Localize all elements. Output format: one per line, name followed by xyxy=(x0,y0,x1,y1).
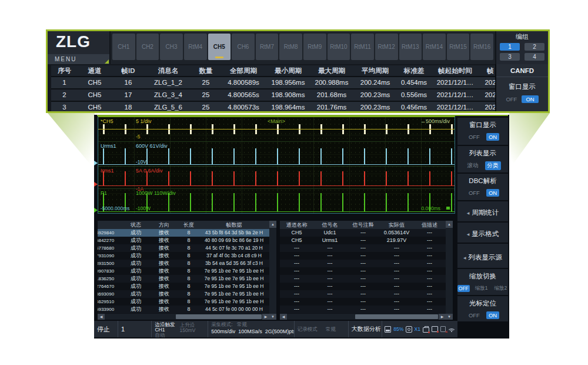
table-cell: 25 xyxy=(192,77,220,88)
signal-table-hscrollbar[interactable]: ◀ ▶ ▼ xyxy=(280,314,453,320)
toggle-option-on[interactable]: ON xyxy=(486,189,499,197)
table-row[interactable]: 4629510成功接收87e 95 1b ee 7e 95 1b ee H xyxy=(98,298,269,306)
scroll-right-icon[interactable]: ▶ xyxy=(439,314,446,320)
scroll-left-icon[interactable]: ◀ xyxy=(280,314,287,320)
signal-table-vscrollbar[interactable]: ▲ xyxy=(446,221,453,314)
sidebar-section-1: 窗口显示OFFON xyxy=(457,118,508,145)
table-cell: 8 xyxy=(178,298,200,306)
scroll-up-icon[interactable]: ▲ xyxy=(269,221,276,228)
channel-tab-rtm16[interactable]: RtM16 xyxy=(470,34,493,60)
table-row[interactable]: 6778680成功接收844 5c 07 fe 3c 70 a1 20 H xyxy=(98,244,269,252)
toggle-option-滚动[interactable]: 滚动 xyxy=(465,161,481,170)
table-cell: 0.556ms xyxy=(396,89,432,101)
acquire-label: 采集模式: xyxy=(211,321,232,327)
sidebar-section-5[interactable]: ◀显示格式 xyxy=(457,223,508,243)
frame-table-vscrollbar[interactable]: ▲ xyxy=(269,221,276,314)
toggle-option-缩放1[interactable]: 缩放1 xyxy=(474,284,489,293)
table-cell: 3 xyxy=(51,102,78,111)
table-cell: --- xyxy=(313,244,346,252)
group-button-2[interactable]: 2 xyxy=(524,43,544,51)
run-state[interactable]: 停止 xyxy=(94,321,118,337)
toggle-option-off[interactable]: OFF xyxy=(466,311,482,319)
channel-tab-ch2[interactable]: CH2 xyxy=(136,34,159,60)
table-row[interactable]: --------------- xyxy=(280,275,446,283)
waveform-area[interactable]: *CH5 5 1/div <Main> ↔500ms/div -5 Urms1 … xyxy=(98,116,455,214)
table-row[interactable]: --------------- xyxy=(280,252,446,260)
scrollbar-thumb[interactable] xyxy=(355,314,438,319)
scrollbar-thumb[interactable] xyxy=(176,314,262,319)
trigger-info[interactable]: 边沿触发 CH1 自动 上升沿 150mV xyxy=(152,321,208,337)
channel-tab-rtm7[interactable]: RtM7 xyxy=(256,34,279,60)
table-row[interactable]: --------------- xyxy=(280,298,446,306)
group-block: 编组 1234 xyxy=(495,31,548,64)
table-header-cell: 帧 xyxy=(479,65,496,76)
channel-tab-ch3[interactable]: CH3 xyxy=(160,34,183,60)
table-cell: 44 5c 07 fe 3c 70 a1 20 H xyxy=(200,244,268,252)
channel-tab-ch5[interactable]: CH5 xyxy=(208,34,231,60)
group-button-4[interactable]: 4 xyxy=(524,53,544,61)
table-row[interactable]: CH5Urms1---219.97V--- xyxy=(280,237,446,244)
table-row[interactable]: 0907830成功接收87e 95 1b ee 7e 95 1b ee H xyxy=(98,267,269,275)
window-display-on-button[interactable]: ON xyxy=(522,95,538,103)
toggle-option-on[interactable]: ON xyxy=(486,133,499,141)
big-data-analysis-button[interactable]: 大数据分析 xyxy=(349,321,382,337)
sidebar-section-4[interactable]: ◀周期统计 xyxy=(457,201,508,221)
scrollbar-track[interactable] xyxy=(446,228,453,314)
channel-tab-rtm9[interactable]: RtM9 xyxy=(303,34,326,60)
table-row[interactable]: --------------- xyxy=(280,267,446,275)
channel-tab-rtm8[interactable]: RtM8 xyxy=(279,34,302,60)
table-row[interactable]: --------------- xyxy=(280,244,446,252)
toggle-option-off[interactable]: OFF xyxy=(466,133,482,141)
table-row[interactable]: 4929840成功接收843 5b f8 64 3d 5b 9a 2e H xyxy=(98,229,269,237)
channel-tab-rtm14[interactable]: RtM14 xyxy=(423,34,446,60)
channel-tab-rtm15[interactable]: RtM15 xyxy=(447,34,470,60)
scroll-left-icon[interactable]: ◀ xyxy=(98,314,105,320)
channel-tab-ch6[interactable]: CH6 xyxy=(232,34,255,60)
group-button-3[interactable]: 3 xyxy=(500,53,520,61)
toggle-option-缩放2[interactable]: 缩放2 xyxy=(493,284,509,293)
table-row[interactable]: 3CH518ZLG_5_6254.800573s198.964ms201.76m… xyxy=(51,102,496,111)
table-row[interactable]: --------------- xyxy=(280,306,446,313)
channel-tab-rtm4[interactable]: RtM4 xyxy=(184,34,207,60)
scrollbar-track[interactable] xyxy=(269,228,276,314)
channel-tab-rtm11[interactable]: RtM11 xyxy=(351,34,374,60)
sidebar-section-6[interactable]: ◀列表显示源CH5 xyxy=(457,244,508,268)
table-row[interactable]: CH5Udc1---0.053614V--- xyxy=(280,229,446,237)
window-display-off-button[interactable]: OFF xyxy=(506,96,517,102)
toggle-option-on[interactable]: ON xyxy=(486,311,499,319)
acquire-info[interactable]: 采集模式: 常规 500ms/div 100MSa/s 2G(500M)pts xyxy=(208,321,295,337)
table-row[interactable]: 3693090成功接收87e 95 1b ee 7e 95 1b ee H xyxy=(98,290,269,298)
table-row[interactable]: 8931500成功接收83b 54 ea 5d 35 66 3f c3 H xyxy=(98,260,269,267)
table-row[interactable]: --------------- xyxy=(280,283,446,290)
channel-tab-rtm12[interactable]: RtM12 xyxy=(375,34,398,60)
channel-tab-rtm13[interactable]: RtM13 xyxy=(399,34,422,60)
channel-tab-rtm10[interactable]: RtM10 xyxy=(328,34,350,60)
scroll-right-icon[interactable]: ▶ xyxy=(262,314,269,320)
scrollbar-track[interactable] xyxy=(105,314,262,320)
scroll-down-icon[interactable]: ▼ xyxy=(269,314,276,320)
toggle-option-分类[interactable]: 分类 xyxy=(485,161,501,170)
table-cell: 5842270 xyxy=(98,237,119,244)
trace-irms1-pulses xyxy=(103,171,453,185)
frame-table-hscrollbar[interactable]: ◀ ▶ ▼ xyxy=(98,314,276,320)
table-cell: ZLG_5_6 xyxy=(145,102,192,111)
scroll-up-icon[interactable]: ▲ xyxy=(446,221,453,228)
table-header-cell: 数量 xyxy=(192,65,220,76)
table-cell: 0.053614V xyxy=(380,229,413,237)
table-row[interactable]: --------------- xyxy=(280,290,446,298)
table-row[interactable]: 1CH516ZLG_1_2254.800589s198.956ms200.988… xyxy=(51,77,496,89)
table-row[interactable]: 2CH517ZLG_3_4254.800565s198.908ms201.68m… xyxy=(51,89,496,102)
table-row[interactable]: 2764670成功接收87e 95 1b ee 7e 95 1b ee H xyxy=(98,283,269,290)
table-row[interactable]: 7931090成功接收837 af 4f 0c 3b c4 c8 c9 H xyxy=(98,252,269,260)
table-row[interactable]: 1836250成功接收87e 95 1b ee 7e 95 1b ee H xyxy=(98,275,269,283)
menu-button[interactable]: MENU xyxy=(48,54,109,64)
scrollbar-track[interactable] xyxy=(287,314,439,320)
group-button-1[interactable]: 1 xyxy=(500,43,520,51)
toggle-option-off[interactable]: OFF xyxy=(457,285,470,292)
channel-tab-ch1[interactable]: CH1 xyxy=(112,34,135,60)
table-row[interactable]: --------------- xyxy=(280,260,446,267)
scroll-down-icon[interactable]: ▼ xyxy=(446,314,453,320)
table-row[interactable]: 5842270成功接收840 80 09 69 bc 86 6e 19 H xyxy=(98,237,269,244)
toggle-option-off[interactable]: OFF xyxy=(466,189,482,197)
table-row[interactable]: 5933900成功接收844 5c 07 fe 00 00 00 00 H xyxy=(98,306,269,313)
